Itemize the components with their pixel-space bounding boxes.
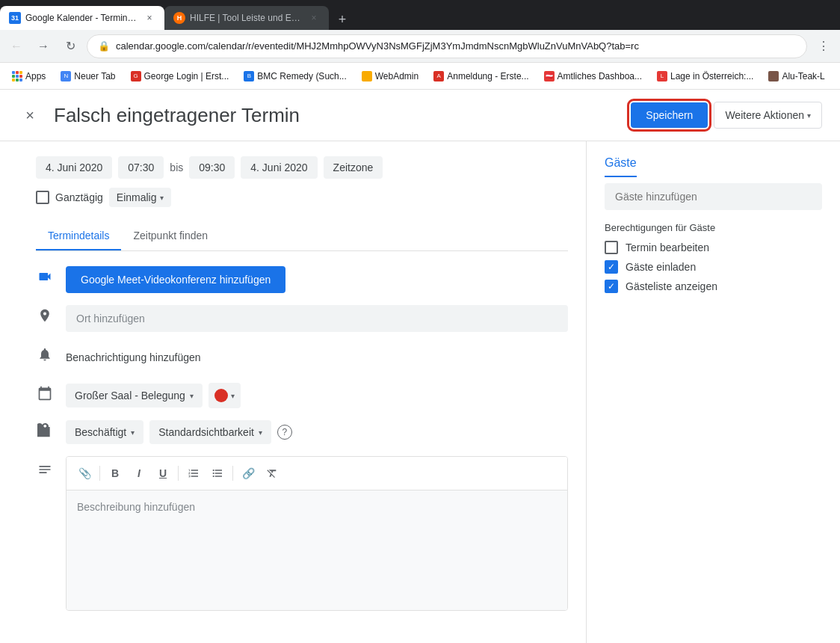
guests-input[interactable] [605, 183, 822, 210]
underline-button[interactable]: U [151, 461, 175, 485]
allday-checkbox[interactable] [36, 191, 49, 204]
bookmark-webadmin-label: WebAdmin [375, 71, 419, 81]
notification-content: Benachrichtigung hinzufügen [66, 344, 568, 371]
perm-edit-label: Termin bearbeiten [626, 241, 709, 253]
bookmark-george-icon: G [131, 71, 141, 81]
more-actions-label: Weitere Aktionen [725, 109, 804, 121]
guests-section-title: Gäste [605, 156, 637, 177]
description-row: 📎 B I U [36, 456, 568, 611]
color-chevron-icon: ▾ [231, 392, 235, 400]
form-main: 4. Juni 2020 07:30 bis 09:30 4. Juni 202… [36, 141, 586, 643]
video-icon [36, 268, 54, 286]
bookmark-alu[interactable]: Alu-Teak-L [762, 69, 830, 84]
extensions-button[interactable]: ⋮ [813, 36, 834, 57]
tab-close-kalender[interactable]: × [143, 12, 155, 24]
description-body[interactable]: Beschreibung hinzufügen [67, 490, 567, 610]
tab-hilfe[interactable]: H HILFE | Tool Leiste und Ebenen F... × [164, 6, 329, 30]
start-time-chip[interactable]: 07:30 [118, 156, 164, 179]
bookmark-neuer-tab-label: Neuer Tab [74, 71, 115, 81]
browser-chrome: 31 Google Kalender - Termindetails × H H… [0, 0, 840, 90]
bookmark-webadmin[interactable]: WebAdmin [356, 69, 424, 84]
add-notification-button[interactable]: Benachrichtigung hinzufügen [66, 344, 568, 371]
save-button[interactable]: Speichern [631, 102, 708, 128]
bookmark-lage[interactable]: L Lage in Österreich:... [651, 69, 759, 84]
status-chevron-icon: ▾ [131, 428, 135, 437]
calendar-chevron-icon: ▾ [190, 392, 194, 400]
remove-format-button[interactable] [260, 461, 284, 485]
calendar-color-dropdown[interactable]: ▾ [209, 383, 241, 408]
new-tab-button[interactable]: + [332, 9, 353, 30]
guests-title: Gäste [605, 156, 822, 183]
bookmark-amtliches[interactable]: 🇦🇹 Amtliches Dashboa... [538, 69, 648, 84]
unordered-list-button[interactable] [206, 461, 229, 485]
bookmark-anmeldung-icon: A [433, 71, 444, 81]
visibility-dropdown[interactable]: Standardsichtbarkeit ▾ [149, 420, 271, 444]
attach-button[interactable]: 📎 [72, 461, 96, 485]
perm-view-checkbox[interactable]: ✓ [605, 280, 618, 293]
event-title: Falsch eingetragener Termin [54, 104, 619, 127]
bold-button[interactable]: B [103, 461, 127, 485]
bookmark-lage-label: Lage in Österreich:... [670, 71, 753, 81]
more-actions-button[interactable]: Weitere Aktionen ▾ [714, 102, 822, 129]
recurrence-dropdown[interactable]: Einmalig ▾ [109, 188, 171, 207]
bookmark-bmc[interactable]: B BMC Remedy (Such... [238, 69, 352, 84]
bookmark-alu-icon [768, 71, 779, 81]
perm-edit-checkbox[interactable] [605, 241, 618, 254]
start-date-chip[interactable]: 4. Juni 2020 [36, 156, 112, 179]
bookmark-lage-icon: L [657, 71, 667, 81]
timezone-chip[interactable]: Zeitzone [324, 156, 383, 179]
description-content: 📎 B I U [66, 456, 568, 611]
visibility-chevron-icon: ▾ [259, 428, 262, 437]
add-meet-button[interactable]: Google Meet-Videokonferenz hinzufügen [66, 266, 285, 293]
end-date-chip[interactable]: 4. Juni 2020 [241, 156, 317, 179]
ordered-list-button[interactable] [182, 461, 206, 485]
location-content: Ort hinzufügen [66, 305, 568, 332]
bookmark-apps-label: Apps [25, 71, 46, 81]
help-icon[interactable]: ? [277, 425, 292, 440]
tab-google-kalender[interactable]: 31 Google Kalender - Termindetails × [0, 6, 164, 30]
forward-button[interactable]: → [33, 36, 54, 57]
back-button[interactable]: ← [6, 36, 27, 57]
close-button[interactable]: × [18, 103, 42, 127]
page-content: × Falsch eingetragener Termin Speichern … [0, 90, 840, 643]
perm-invite-checkbox[interactable]: ✓ [605, 260, 618, 274]
lock-icon: 🔒 [98, 40, 110, 52]
bookmark-apps[interactable]: Apps [6, 69, 52, 84]
allday-row: Ganztägig Einmalig ▾ [36, 188, 568, 207]
meet-content: Google Meet-Videokonferenz hinzufügen [66, 266, 568, 293]
bookmark-anmeldung[interactable]: A Anmeldung - Erste... [427, 69, 534, 84]
calendar-row: Großer Saal - Belegung ▾ ▾ [36, 383, 568, 408]
bookmark-amtliches-icon: 🇦🇹 [544, 71, 555, 81]
location-input[interactable]: Ort hinzufügen [66, 305, 568, 332]
perm-view-label: Gästeliste anzeigen [626, 280, 717, 292]
perm-row-view: ✓ Gästeliste anzeigen [605, 280, 822, 293]
notification-row: Benachrichtigung hinzufügen [36, 344, 568, 371]
tab-termindetails[interactable]: Termindetails [36, 222, 121, 250]
url-bar[interactable]: 🔒 calendar.google.com/calendar/r/evented… [87, 34, 807, 58]
bookmark-neuer-tab-icon: N [61, 71, 71, 81]
recurrence-chevron-icon: ▾ [160, 194, 164, 202]
tab-zeitpunkt[interactable]: Zeitpunkt finden [121, 222, 220, 250]
status-value: Beschäftigt [75, 426, 126, 438]
end-time-chip[interactable]: 09:30 [189, 156, 235, 179]
toolbar-separator-3 [232, 466, 233, 481]
form-area: 4. Juni 2020 07:30 bis 09:30 4. Juni 202… [0, 141, 840, 643]
location-row: Ort hinzufügen [36, 305, 568, 332]
description-icon [36, 461, 54, 479]
italic-button[interactable]: I [127, 461, 151, 485]
datetime-row: 4. Juni 2020 07:30 bis 09:30 4. Juni 202… [36, 156, 568, 179]
status-dropdown[interactable]: Beschäftigt ▾ [66, 420, 143, 444]
link-button[interactable]: 🔗 [236, 461, 260, 485]
calendar-dropdown[interactable]: Großer Saal - Belegung ▾ [66, 384, 203, 407]
tab-close-hilfe[interactable]: × [308, 12, 320, 24]
bookmark-george-label: George Login | Erst... [144, 71, 229, 81]
tab-favicon-hilfe: H [173, 12, 185, 24]
permissions-title: Berechtigungen für Gäste [605, 222, 822, 233]
guests-sidebar: Gäste Berechtigungen für Gäste Termin be… [586, 141, 840, 643]
toolbar-separator-2 [178, 466, 179, 481]
header-actions: Speichern Weitere Aktionen ▾ [631, 102, 822, 129]
tab-termindetails-label: Termindetails [48, 230, 109, 241]
bookmark-george[interactable]: G George Login | Erst... [125, 69, 235, 84]
reload-button[interactable]: ↻ [60, 36, 81, 57]
bookmark-neuer-tab[interactable]: N Neuer Tab [55, 69, 121, 84]
